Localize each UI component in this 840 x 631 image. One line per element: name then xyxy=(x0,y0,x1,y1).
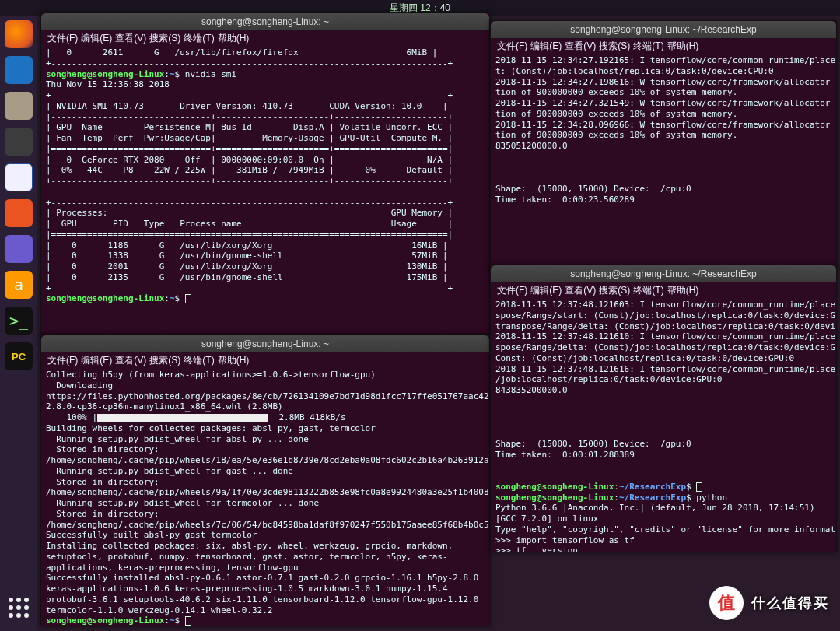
window-title: songheng@songheng-Linux: ~ xyxy=(201,338,329,349)
show-applications-icon[interactable] xyxy=(5,594,33,622)
watermark: 值 什么值得买 xyxy=(709,586,829,620)
progress-bar xyxy=(97,414,268,422)
menu-terminal[interactable]: 终端(T) xyxy=(184,354,214,367)
menu-edit[interactable]: 编辑(E) xyxy=(530,284,562,297)
watermark-badge-icon: 值 xyxy=(709,586,744,620)
thunderbird-icon[interactable] xyxy=(5,56,33,84)
terminal-pip-install[interactable]: songheng@songheng-Linux: ~ 文件(F) 编辑(E) 查… xyxy=(40,335,490,626)
cursor xyxy=(185,294,191,303)
menu-view[interactable]: 查看(V) xyxy=(565,40,596,53)
menu-search[interactable]: 搜索(S) xyxy=(149,354,180,367)
menu-help[interactable]: 帮助(H) xyxy=(667,40,699,53)
ubuntu-software-icon[interactable] xyxy=(5,199,33,227)
window-titlebar[interactable]: songheng@songheng-Linux: ~ xyxy=(41,13,489,30)
menu-view[interactable]: 查看(V) xyxy=(115,354,146,367)
menu-help[interactable]: 帮助(H) xyxy=(218,354,250,367)
menu-file[interactable]: 文件(F) xyxy=(47,32,78,45)
menu-edit[interactable]: 编辑(E) xyxy=(81,354,112,367)
pycharm-icon[interactable]: PC xyxy=(5,342,33,370)
libreoffice-writer-icon[interactable] xyxy=(5,163,33,191)
window-title: songheng@songheng-Linux: ~ xyxy=(201,16,329,27)
terminal-output[interactable]: Collecting h5py (from keras-applications… xyxy=(41,368,489,626)
menu-help[interactable]: 帮助(H) xyxy=(667,284,699,297)
terminal-icon[interactable]: >_ xyxy=(5,307,33,335)
terminal-menubar[interactable]: 文件(F) 编辑(E) 查看(V) 搜索(S) 终端(T) 帮助(H) xyxy=(491,282,836,298)
terminal-output[interactable]: | 0 2611 G /usr/lib/firefox/firefox 6MiB… xyxy=(41,46,489,334)
menu-edit[interactable]: 编辑(E) xyxy=(81,32,112,45)
terminal-menubar[interactable]: 文件(F) 编辑(E) 查看(V) 搜索(S) 终端(T) 帮助(H) xyxy=(41,352,489,368)
cursor xyxy=(696,482,702,492)
menu-search[interactable]: 搜索(S) xyxy=(149,32,180,45)
menu-terminal[interactable]: 终端(T) xyxy=(184,32,214,45)
amazon-icon[interactable]: a xyxy=(5,271,33,299)
menu-file[interactable]: 文件(F) xyxy=(497,40,527,53)
terminal-nvidia-smi[interactable]: songheng@songheng-Linux: ~ 文件(F) 编辑(E) 查… xyxy=(40,12,490,335)
window-title: songheng@songheng-Linux: ~/ResearchExp xyxy=(570,24,756,35)
terminal-tf-cpu[interactable]: songheng@songheng-Linux: ~/ResearchExp 文… xyxy=(490,20,837,269)
watermark-text: 什么值得买 xyxy=(751,594,829,612)
menu-help[interactable]: 帮助(H) xyxy=(218,32,250,45)
files-icon[interactable] xyxy=(5,92,33,120)
terminal-output[interactable]: 2018-11-15 12:37:48.121603: I tensorflow… xyxy=(491,298,836,552)
menu-search[interactable]: 搜索(S) xyxy=(599,40,630,53)
terminal-tf-gpu[interactable]: songheng@songheng-Linux: ~/ResearchExp 文… xyxy=(490,265,837,552)
terminal-menubar[interactable]: 文件(F) 编辑(E) 查看(V) 搜索(S) 终端(T) 帮助(H) xyxy=(41,30,489,46)
firefox-icon[interactable] xyxy=(5,20,33,48)
launcher-dock: a >_ PC xyxy=(0,16,37,631)
help-icon[interactable] xyxy=(5,235,33,263)
menu-terminal[interactable]: 终端(T) xyxy=(633,284,663,297)
menu-file[interactable]: 文件(F) xyxy=(497,284,527,297)
terminal-output[interactable]: 2018-11-15 12:34:27.192165: I tensorflow… xyxy=(491,54,836,268)
terminal-menubar[interactable]: 文件(F) 编辑(E) 查看(V) 搜索(S) 终端(T) 帮助(H) xyxy=(491,38,836,54)
menu-edit[interactable]: 编辑(E) xyxy=(530,40,562,53)
menu-file[interactable]: 文件(F) xyxy=(47,354,78,367)
menu-view[interactable]: 查看(V) xyxy=(565,284,596,297)
menu-search[interactable]: 搜索(S) xyxy=(599,284,630,297)
window-titlebar[interactable]: songheng@songheng-Linux: ~/ResearchExp xyxy=(491,265,836,282)
window-title: songheng@songheng-Linux: ~/ResearchExp xyxy=(570,268,756,279)
menu-terminal[interactable]: 终端(T) xyxy=(633,40,663,53)
rhythmbox-icon[interactable] xyxy=(5,128,33,156)
window-titlebar[interactable]: songheng@songheng-Linux: ~/ResearchExp xyxy=(491,21,836,38)
cursor xyxy=(185,616,191,626)
window-titlebar[interactable]: songheng@songheng-Linux: ~ xyxy=(41,335,489,352)
menu-view[interactable]: 查看(V) xyxy=(115,32,146,45)
